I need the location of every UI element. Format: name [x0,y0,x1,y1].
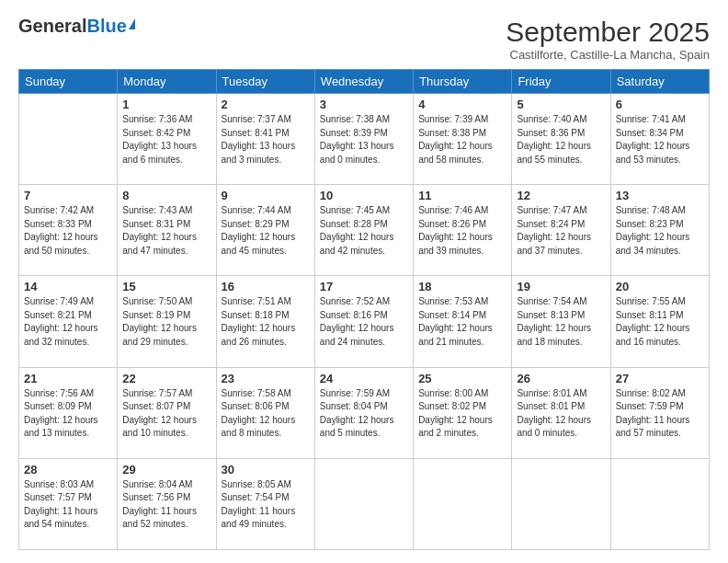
day-number: 15 [122,280,210,293]
sunrise-text: Sunrise: 7:36 AM [122,113,210,127]
daylight-text: Daylight: 12 hours and 5 minutes. [320,414,408,441]
table-row: 12Sunrise: 7:47 AMSunset: 8:24 PMDayligh… [512,185,610,276]
table-row: 2Sunrise: 7:37 AMSunset: 8:41 PMDaylight… [216,94,314,185]
sunrise-text: Sunrise: 7:51 AM [222,295,310,309]
table-row: 19Sunrise: 7:54 AMSunset: 8:13 PMDayligh… [512,276,610,367]
sunset-text: Sunset: 7:59 PM [616,400,704,414]
daylight-text: Daylight: 12 hours and 2 minutes. [418,414,506,441]
table-row [19,94,118,185]
sunrise-text: Sunrise: 7:40 AM [517,113,605,127]
table-row: 8Sunrise: 7:43 AMSunset: 8:31 PMDaylight… [118,185,216,276]
sunset-text: Sunset: 8:21 PM [24,309,112,323]
sunrise-text: Sunrise: 7:42 AM [24,204,112,218]
logo: GeneralBlue [18,17,135,35]
day-number: 24 [320,372,408,385]
daylight-text: Daylight: 13 hours and 0 minutes. [320,140,408,167]
day-number: 5 [517,98,605,111]
table-row [610,458,709,549]
table-row: 11Sunrise: 7:46 AMSunset: 8:26 PMDayligh… [414,185,512,276]
day-number: 9 [222,189,310,202]
daylight-text: Daylight: 12 hours and 47 minutes. [122,231,210,258]
table-row: 16Sunrise: 7:51 AMSunset: 8:18 PMDayligh… [216,276,314,367]
day-number: 14 [24,280,112,293]
cell-info: Sunrise: 7:40 AMSunset: 8:36 PMDaylight:… [517,113,605,167]
sunset-text: Sunset: 8:01 PM [517,400,605,414]
sunset-text: Sunset: 8:11 PM [616,309,704,323]
sunrise-text: Sunrise: 7:39 AM [418,113,506,127]
cell-info: Sunrise: 7:53 AMSunset: 8:14 PMDaylight:… [418,295,506,349]
calendar-week-row: 7Sunrise: 7:42 AMSunset: 8:33 PMDaylight… [19,185,710,276]
table-row: 6Sunrise: 7:41 AMSunset: 8:34 PMDaylight… [610,94,709,185]
cell-info: Sunrise: 7:44 AMSunset: 8:29 PMDaylight:… [222,204,310,258]
table-row: 15Sunrise: 7:50 AMSunset: 8:19 PMDayligh… [118,276,216,367]
cell-info: Sunrise: 7:38 AMSunset: 8:39 PMDaylight:… [320,113,408,167]
daylight-text: Daylight: 12 hours and 26 minutes. [222,322,310,349]
sunset-text: Sunset: 8:41 PM [222,127,310,141]
location-subtitle: Castilforte, Castille-La Mancha, Spain [506,48,710,62]
cell-info: Sunrise: 7:58 AMSunset: 8:06 PMDaylight:… [222,387,310,441]
daylight-text: Daylight: 12 hours and 18 minutes. [517,322,605,349]
day-number: 13 [616,189,704,202]
table-row: 13Sunrise: 7:48 AMSunset: 8:23 PMDayligh… [610,185,709,276]
cell-info: Sunrise: 8:01 AMSunset: 8:01 PMDaylight:… [517,387,605,441]
cell-info: Sunrise: 7:59 AMSunset: 8:04 PMDaylight:… [320,387,408,441]
day-number: 2 [222,98,310,111]
calendar-week-row: 21Sunrise: 7:56 AMSunset: 8:09 PMDayligh… [19,367,710,458]
day-number: 16 [222,280,310,293]
daylight-text: Daylight: 12 hours and 53 minutes. [616,140,704,167]
sunset-text: Sunset: 8:13 PM [517,309,605,323]
sunrise-text: Sunrise: 7:50 AM [122,295,210,309]
daylight-text: Daylight: 13 hours and 6 minutes. [122,140,210,167]
sunset-text: Sunset: 8:33 PM [24,218,112,232]
cell-info: Sunrise: 7:52 AMSunset: 8:16 PMDaylight:… [320,295,408,349]
sunset-text: Sunset: 8:39 PM [320,127,408,141]
sunrise-text: Sunrise: 7:53 AM [418,295,506,309]
day-number: 7 [24,189,112,202]
table-row: 29Sunrise: 8:04 AMSunset: 7:56 PMDayligh… [118,458,216,549]
day-number: 25 [418,372,506,385]
daylight-text: Daylight: 12 hours and 37 minutes. [517,231,605,258]
sunrise-text: Sunrise: 7:38 AM [320,113,408,127]
table-row: 21Sunrise: 7:56 AMSunset: 8:09 PMDayligh… [19,367,118,458]
col-monday: Monday [118,70,216,94]
sunset-text: Sunset: 8:07 PM [122,400,210,414]
cell-info: Sunrise: 7:42 AMSunset: 8:33 PMDaylight:… [24,204,112,258]
cell-info: Sunrise: 7:45 AMSunset: 8:28 PMDaylight:… [320,204,408,258]
sunset-text: Sunset: 8:06 PM [222,400,310,414]
cell-info: Sunrise: 7:36 AMSunset: 8:42 PMDaylight:… [122,113,210,167]
cell-info: Sunrise: 7:50 AMSunset: 8:19 PMDaylight:… [122,295,210,349]
cell-info: Sunrise: 7:43 AMSunset: 8:31 PMDaylight:… [122,204,210,258]
table-row: 27Sunrise: 8:02 AMSunset: 7:59 PMDayligh… [610,367,709,458]
table-row: 23Sunrise: 7:58 AMSunset: 8:06 PMDayligh… [216,367,314,458]
daylight-text: Daylight: 12 hours and 32 minutes. [24,322,112,349]
daylight-text: Daylight: 12 hours and 55 minutes. [517,140,605,167]
month-title: September 2025 [506,17,710,48]
sunrise-text: Sunrise: 7:58 AM [222,387,310,401]
table-row: 3Sunrise: 7:38 AMSunset: 8:39 PMDaylight… [314,94,413,185]
daylight-text: Daylight: 12 hours and 29 minutes. [122,322,210,349]
sunrise-text: Sunrise: 7:57 AM [122,387,210,401]
day-number: 20 [616,280,704,293]
sunset-text: Sunset: 8:04 PM [320,400,408,414]
sunrise-text: Sunrise: 7:49 AM [24,295,112,309]
table-row: 5Sunrise: 7:40 AMSunset: 8:36 PMDaylight… [512,94,610,185]
cell-info: Sunrise: 7:41 AMSunset: 8:34 PMDaylight:… [616,113,704,167]
sunrise-text: Sunrise: 7:46 AM [418,204,506,218]
day-number: 29 [122,463,210,477]
sunrise-text: Sunrise: 8:04 AM [122,478,210,492]
calendar-header-row: Sunday Monday Tuesday Wednesday Thursday… [19,70,710,94]
sunrise-text: Sunrise: 7:52 AM [320,295,408,309]
logo-icon [129,18,135,29]
sunset-text: Sunset: 8:29 PM [222,218,310,232]
table-row: 14Sunrise: 7:49 AMSunset: 8:21 PMDayligh… [19,276,118,367]
col-friday: Friday [512,70,610,94]
table-row: 24Sunrise: 7:59 AMSunset: 8:04 PMDayligh… [314,367,413,458]
page: GeneralBlue September 2025 Castilforte, … [0,0,728,563]
cell-info: Sunrise: 7:47 AMSunset: 8:24 PMDaylight:… [517,204,605,258]
cell-info: Sunrise: 7:55 AMSunset: 8:11 PMDaylight:… [616,295,704,349]
cell-info: Sunrise: 8:02 AMSunset: 7:59 PMDaylight:… [616,387,704,441]
sunset-text: Sunset: 8:38 PM [418,127,506,141]
table-row [314,458,413,549]
sunset-text: Sunset: 7:54 PM [222,491,310,505]
logo-text: GeneralBlue [18,17,127,35]
